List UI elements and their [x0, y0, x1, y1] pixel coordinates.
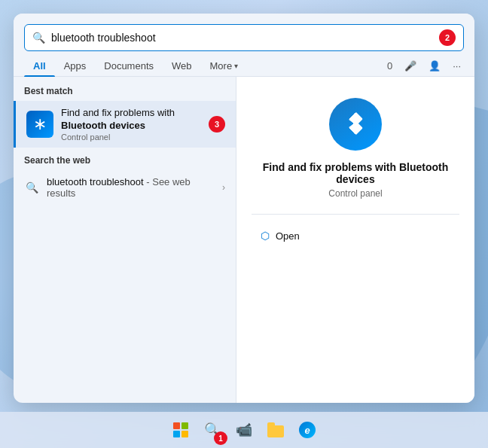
taskbar-teams-button[interactable]: 📹 — [230, 416, 258, 443]
taskbar-edge-button[interactable]: e — [294, 416, 321, 443]
taskbar-files-button[interactable] — [262, 416, 289, 443]
right-panel-subtitle: Control panel — [328, 188, 382, 199]
step-badge-1: 1 — [214, 431, 227, 445]
tabs-count: 0 — [384, 59, 395, 73]
divider — [252, 214, 459, 215]
search-window: 🔍 bluetooth troubleshoot 2 All Apps Docu… — [14, 14, 474, 403]
step-badge-3: 3 — [209, 116, 225, 133]
web-search-icon: 🔍 — [24, 180, 39, 195]
tab-more[interactable]: More ▾ — [201, 56, 248, 76]
main-content: Best match ∗ Find and fix problems withB… — [14, 77, 474, 403]
tab-web[interactable]: Web — [163, 56, 201, 76]
windows-logo-icon — [173, 422, 188, 437]
user-icon[interactable]: 👤 — [425, 59, 444, 73]
chevron-down-icon: ▾ — [234, 62, 238, 70]
taskbar: 🔍 1 📹 e — [0, 412, 488, 448]
open-external-icon: ⬡ — [261, 230, 270, 242]
left-panel: Best match ∗ Find and fix problems withB… — [14, 77, 236, 403]
tab-all[interactable]: All — [24, 56, 55, 76]
tabs-row: All Apps Documents Web More ▾ 0 🎤 👤 ··· — [14, 51, 474, 77]
right-panel-bluetooth-icon — [329, 98, 382, 151]
web-section: Search the web 🔍 bluetooth troubleshoot … — [14, 155, 236, 205]
best-match-item[interactable]: ∗ Find and fix problems withBluetooth de… — [14, 101, 236, 148]
chevron-right-icon: › — [222, 182, 225, 193]
web-item-text: bluetooth troubleshoot - See web results — [47, 176, 215, 199]
best-match-label: Best match — [14, 86, 236, 101]
search-input[interactable]: bluetooth troubleshoot — [51, 32, 433, 44]
step-badge-2: 2 — [439, 29, 456, 46]
teams-icon: 📹 — [236, 422, 252, 438]
folder-icon — [267, 422, 284, 437]
search-bar-area: 🔍 bluetooth troubleshoot 2 — [14, 14, 474, 51]
open-button[interactable]: ⬡ Open — [252, 225, 459, 246]
tab-documents[interactable]: Documents — [95, 56, 163, 76]
edge-icon: e — [299, 422, 316, 438]
best-match-text: Find and fix problems withBluetooth devi… — [61, 107, 201, 142]
tabs-right-icons: 0 🎤 👤 ··· — [384, 59, 464, 73]
microphone-icon[interactable]: 🎤 — [401, 59, 419, 73]
more-options-icon[interactable]: ··· — [450, 59, 464, 73]
open-label: Open — [276, 230, 300, 242]
tab-apps[interactable]: Apps — [55, 56, 96, 76]
bluetooth-app-icon: ∗ — [26, 111, 53, 138]
best-match-title: Find and fix problems withBluetooth devi… — [61, 107, 201, 133]
search-input-wrapper[interactable]: 🔍 bluetooth troubleshoot 2 — [24, 24, 464, 51]
right-panel-title: Find and fix problems with Bluetoothdevi… — [263, 161, 449, 185]
search-web-label: Search the web — [14, 155, 236, 170]
taskbar-start-button[interactable] — [167, 416, 194, 443]
search-icon: 🔍 — [32, 32, 45, 44]
taskbar-search-button[interactable]: 🔍 1 — [199, 416, 226, 443]
right-panel: Find and fix problems with Bluetoothdevi… — [236, 77, 474, 403]
best-match-subtitle: Control panel — [61, 133, 201, 142]
web-query: bluetooth troubleshoot — [47, 176, 144, 187]
bluetooth-svg — [340, 109, 371, 139]
web-search-item[interactable]: 🔍 bluetooth troubleshoot - See web resul… — [14, 170, 236, 205]
